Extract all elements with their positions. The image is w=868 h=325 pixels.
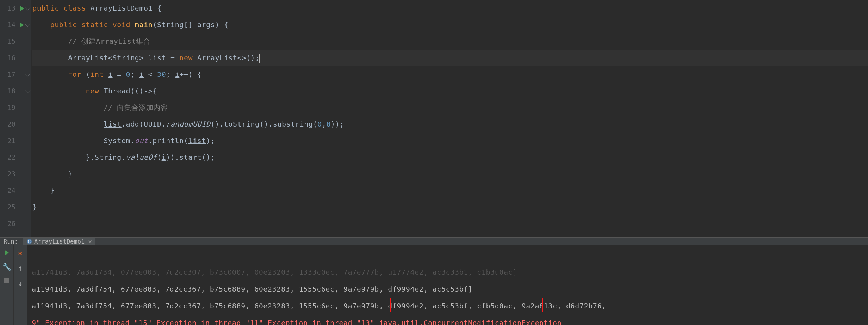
run-tool-window: Run: C ArrayListDemo1 × 🔧 ✶ ↑ ↓ a11741u3…: [0, 238, 868, 325]
line-number: 18: [0, 83, 16, 99]
folding-gutter[interactable]: [25, 0, 31, 237]
run-header: Run: C ArrayListDemo1 ×: [0, 238, 868, 245]
console-error-line: 9" Exception in thread "15" Exception in…: [32, 319, 562, 325]
console-nav-toolbar: ✶ ↑ ↓: [13, 245, 27, 325]
console-output[interactable]: a11741u3, 7a3u1734, 077ee003, 7u2cc307, …: [27, 245, 868, 325]
line-number: 17: [0, 66, 16, 83]
fold-toggle-icon[interactable]: [25, 5, 31, 11]
java-class-icon: C: [26, 239, 32, 244]
line-number: 22: [0, 149, 16, 166]
stop-button[interactable]: [3, 277, 11, 285]
code-editor[interactable]: 13 14 15 16 17 18 19 20 21 22 23 24 25 2…: [0, 0, 868, 237]
code-content[interactable]: public class ArrayListDemo1 { public sta…: [31, 0, 868, 237]
run-toolbar: 🔧: [0, 245, 13, 325]
play-icon: [5, 250, 9, 256]
console-line: a11941d3, 7a3df754, 677ee883, 7d2cc367, …: [32, 285, 472, 293]
run-gutter-icon[interactable]: [20, 6, 24, 11]
rerun-button[interactable]: [3, 249, 11, 257]
debug-icon[interactable]: ✶: [18, 249, 22, 257]
fold-toggle-icon[interactable]: [25, 88, 31, 93]
line-number: 16: [0, 50, 16, 66]
text-caret: [259, 54, 260, 63]
stop-icon: [4, 278, 9, 283]
run-gutter-icon[interactable]: [20, 22, 24, 28]
console-line: a11941d3, 7a3df754, 677ee883, 7d2cc367, …: [32, 302, 606, 310]
up-button[interactable]: ↑: [18, 264, 23, 272]
line-number: 21: [0, 133, 16, 149]
line-number: 26: [0, 215, 16, 232]
console-line: a11741u3, 7a3u1734, 077ee003, 7u2cc307, …: [32, 268, 517, 276]
svg-text:C: C: [28, 239, 31, 244]
run-label: Run:: [4, 238, 18, 245]
line-number: 15: [0, 33, 16, 50]
line-number: 13: [0, 0, 16, 17]
run-config-tab[interactable]: C ArrayListDemo1 ×: [23, 238, 95, 245]
line-number-gutter: 13 14 15 16 17 18 19 20 21 22 23 24 25 2…: [0, 0, 25, 237]
fold-toggle-icon[interactable]: [25, 71, 31, 77]
close-icon[interactable]: ×: [88, 238, 92, 245]
line-number: 20: [0, 116, 16, 133]
line-number: 19: [0, 99, 16, 116]
line-number: 24: [0, 182, 16, 199]
run-tab-label: ArrayListDemo1: [34, 238, 85, 245]
fold-toggle-icon[interactable]: [25, 22, 31, 27]
settings-button[interactable]: 🔧: [3, 263, 11, 271]
line-number: 14: [0, 17, 16, 33]
down-button[interactable]: ↓: [18, 279, 23, 288]
line-number: 25: [0, 199, 16, 215]
line-number: 23: [0, 166, 16, 182]
